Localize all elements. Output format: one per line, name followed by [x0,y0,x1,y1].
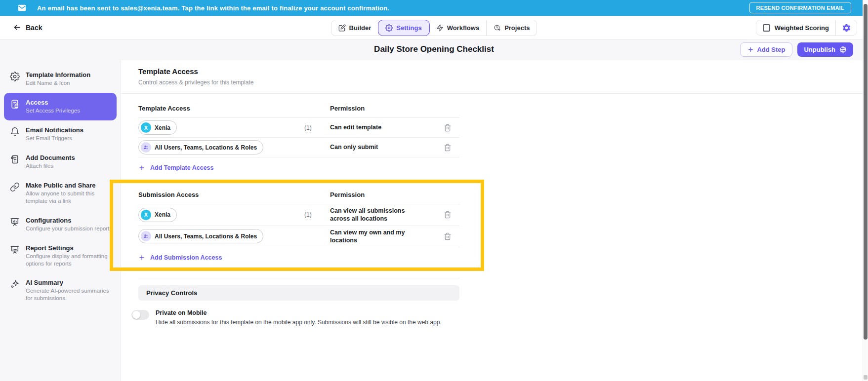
back-button[interactable]: Back [13,23,42,32]
add-step-label: Add Step [757,46,785,53]
sidebar-item-ai-summary[interactable]: AI Summary Generate AI-powered summaries… [4,273,117,308]
back-label: Back [26,24,42,32]
tab-label: Settings [396,24,421,32]
sidebar-item-subtitle: Set Email Triggers [26,135,83,142]
table-row: All Users, Teams, Locations & Roles Can … [138,138,459,157]
sparkle-icon [10,279,20,289]
sidebar-item-subtitle: Configure your submission reports [26,225,112,232]
pencil-icon [338,24,346,32]
sidebar-item-subtitle: Generate AI-powered summaries for submis… [26,287,114,302]
tab-projects[interactable]: Projects [487,20,537,36]
section-heading: Template Access [138,67,868,76]
private-on-mobile-label: Private on Mobile [156,309,442,316]
sidebar-item-title: Template Information [26,71,90,78]
sidebar-item-make-public-and-share[interactable]: Make Public and Share Allow anyone to su… [4,176,117,211]
sidebar-item-report-settings[interactable]: Report Settings Configure display and fo… [4,238,117,273]
access-chip-all-users[interactable]: All Users, Teams, Locations & Roles [138,140,263,154]
add-submission-access-link[interactable]: Add Submission Access [138,247,222,267]
vertical-scrollbar[interactable] [863,0,868,381]
private-on-mobile-row: Private on Mobile Hide all submissions f… [131,309,868,326]
trash-icon [444,124,452,132]
table-row: X Xenia (1) Can edit template [138,118,459,138]
private-on-mobile-toggle[interactable] [131,310,149,320]
sidebar-item-add-documents[interactable]: Add Documents Attach files [4,148,117,176]
arrow-left-icon [13,23,21,32]
sidebar-item-configurations[interactable]: Configurations Configure your submission… [4,211,117,238]
tab-label: Builder [349,24,372,32]
sidebar-item-template-information[interactable]: Template Information Edit Name & Icon [4,65,117,93]
sidebar-item-title: AI Summary [26,279,114,286]
scrollbar-end-cap [864,375,868,380]
add-template-access-link[interactable]: Add Template Access [138,157,214,178]
settings-sidebar: Template Information Edit Name & Icon Ac… [0,60,121,381]
permission-value: Can edit template [330,123,415,131]
access-chip-xenia[interactable]: X Xenia [138,120,177,135]
weighted-scoring-toggle[interactable]: Weighted Scoring [756,24,835,32]
document-attachment-icon [10,154,20,164]
users-group-icon [141,142,151,152]
template-access-panel: Template Access Control access & privile… [121,60,868,381]
table-row: X Xenia (1) Can view all submissions acr… [138,204,459,226]
trash-icon [444,211,452,219]
plus-icon [138,164,145,171]
delete-row-button[interactable] [443,231,453,241]
gear-icon [10,71,20,81]
sidebar-item-access[interactable]: Access Set Access Privileges [4,93,117,120]
presentation-board-icon [10,244,20,255]
presentation-board-icon [10,217,20,227]
tab-label: Projects [504,24,530,32]
add-step-button[interactable]: Add Step [740,42,792,57]
chip-label: Xenia [155,211,170,218]
users-group-icon [141,231,151,241]
chip-label: All Users, Teams, Locations & Roles [155,233,257,240]
header-right-controls: Weighted Scoring [756,20,857,36]
tab-builder[interactable]: Builder [331,20,379,36]
sidebar-item-subtitle: Edit Name & Icon [26,79,90,87]
weighted-scoring-label: Weighted Scoring [775,24,829,32]
chip-label: All Users, Teams, Locations & Roles [155,144,257,151]
template-settings-gear-button[interactable] [836,20,857,35]
column-header-submission-access: Submission Access [138,191,330,198]
add-link-label: Add Template Access [150,164,214,171]
trash-icon [444,144,452,152]
app-header: Back Builder Settings Workflows Projects [0,16,868,39]
sidebar-item-title: Access [26,99,80,106]
access-chip-all-users[interactable]: All Users, Teams, Locations & Roles [138,229,263,243]
section-subheading: Control access & privileges for this tem… [138,79,868,86]
permission-value: Can only submit [330,143,415,151]
document-lock-icon [10,99,20,109]
sidebar-item-title: Report Settings [26,244,114,252]
scrollbar-thumb[interactable] [864,4,868,340]
plus-icon [138,254,145,261]
permission-value: Can view all submissions across all loca… [330,207,415,223]
access-chip-xenia[interactable]: X Xenia [138,208,177,222]
unpublish-button[interactable]: Unpublish [797,42,853,57]
confirmation-banner: An email has been sent to sales@xenia.te… [0,0,868,16]
delete-row-button[interactable] [443,123,453,133]
sidebar-item-title: Add Documents [26,154,75,161]
delete-row-button[interactable] [443,143,453,152]
sidebar-item-subtitle: Attach files [26,162,75,170]
tab-workflows[interactable]: Workflows [429,20,487,36]
privacy-controls-header: Privacy Controls [138,285,459,301]
resend-confirmation-email-button[interactable]: RESEND CONFIRMATION EMAIL [749,2,851,13]
unpublish-label: Unpublish [804,46,835,53]
sidebar-item-email-notifications[interactable]: Email Notifications Set Email Triggers [4,120,117,148]
template-access-table: Template Access Permission X Xenia (1) C… [138,105,459,178]
tab-label: Workflows [447,24,480,32]
private-on-mobile-description: Hide all submissions for this template o… [156,319,442,326]
title-bar: Daily Store Opening Checklist Add Step U… [0,39,868,60]
sidebar-item-title: Make Public and Share [26,182,114,189]
sidebar-item-subtitle: Allow anyone to submit this template via… [26,190,114,205]
member-count: (1) [304,124,330,131]
submission-access-table: Submission Access Permission X Xenia (1)… [138,191,459,267]
column-header-template-access: Template Access [138,105,330,112]
divider [121,93,868,94]
trash-icon [444,232,452,240]
weighted-scoring-checkbox[interactable] [763,24,770,32]
gear-icon [842,23,851,33]
tab-settings[interactable]: Settings [378,20,429,36]
column-header-permission: Permission [330,105,459,112]
highlight-box: Submission Access Permission X Xenia (1)… [110,180,484,271]
delete-row-button[interactable] [443,210,453,220]
